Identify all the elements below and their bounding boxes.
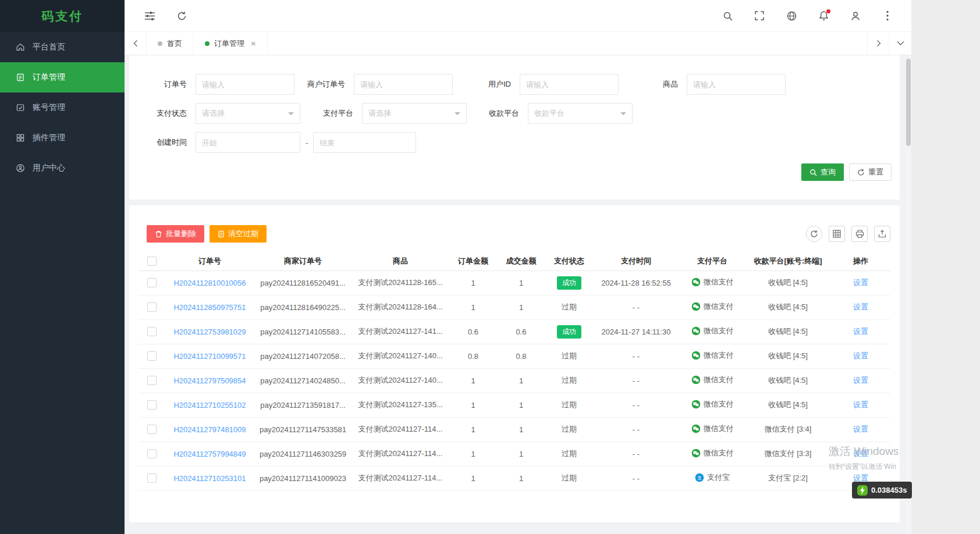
fullscreen-icon[interactable] xyxy=(753,9,766,22)
pay-time-cell: - - xyxy=(592,417,680,442)
pay-time-cell: - - xyxy=(592,368,680,393)
merchant-order-no-input[interactable] xyxy=(354,74,453,95)
scrollbar-thumb[interactable] xyxy=(906,59,911,146)
order-no-link[interactable]: H2024112810010056 xyxy=(173,279,246,287)
document-icon xyxy=(218,230,225,238)
sidebar-item-user-center[interactable]: 用户中心 xyxy=(0,153,125,183)
chevron-down-icon xyxy=(455,112,460,118)
order-amount-cell: 1 xyxy=(450,442,496,466)
row-checkbox[interactable] xyxy=(147,400,157,410)
recv-platform-cell: 支付宝 [2:2] xyxy=(745,466,831,490)
order-no-link[interactable]: H2024112710099571 xyxy=(173,352,246,361)
row-checkbox[interactable] xyxy=(147,302,157,312)
paid-amount-cell: 1 xyxy=(496,368,546,393)
alipay-icon: 支 xyxy=(695,473,704,482)
filter-product: 商品 xyxy=(637,74,786,95)
order-no-link[interactable]: H2024112757994849 xyxy=(173,450,246,458)
pay-status-badge: 过期 xyxy=(562,302,577,312)
filter-actions: 查询 重置 xyxy=(137,163,892,181)
pay-status-badge: 过期 xyxy=(562,375,577,386)
recv-platform-placeholder: 收款平台 xyxy=(534,108,564,119)
order-amount-cell: 0.6 xyxy=(450,319,496,344)
more-menu-icon[interactable] xyxy=(881,9,894,22)
reset-button[interactable]: 重置 xyxy=(849,163,892,181)
orders-table: 订单号 商家订单号 商品 订单金额 成交金额 支付状态 支付时间 支付平台 收款… xyxy=(139,252,890,491)
settings-link[interactable]: 设置 xyxy=(853,327,868,336)
order-no-link[interactable]: H2024112850975751 xyxy=(173,303,246,312)
settings-link[interactable]: 设置 xyxy=(853,425,868,433)
order-no-link[interactable]: H2024112753981029 xyxy=(173,327,246,336)
select-all-checkbox[interactable] xyxy=(147,257,157,266)
table-row: H2024112757994849 pay202411271146303259 … xyxy=(139,442,890,466)
sidebar-item-label: 订单管理 xyxy=(33,72,65,83)
row-checkbox[interactable] xyxy=(147,449,157,458)
start-date-input[interactable] xyxy=(196,132,300,153)
row-checkbox[interactable] xyxy=(147,376,157,385)
row-checkbox[interactable] xyxy=(147,351,157,361)
tabs-scroll-left-button[interactable] xyxy=(125,32,147,55)
order-no-input[interactable] xyxy=(196,74,294,95)
row-checkbox[interactable] xyxy=(147,327,157,336)
settings-link[interactable]: 设置 xyxy=(853,302,868,311)
chevron-left-icon xyxy=(133,40,139,47)
export-button[interactable] xyxy=(874,226,890,242)
search-button[interactable]: 查询 xyxy=(801,163,844,181)
order-no-link[interactable]: H2024112797509854 xyxy=(173,376,246,385)
order-no-link[interactable]: H2024112797481009 xyxy=(173,425,246,434)
pay-platform-name: 微信支付 xyxy=(704,375,734,385)
pay-platform-name: 微信支付 xyxy=(704,277,734,287)
order-no-link[interactable]: H2024112710253101 xyxy=(173,474,246,483)
settings-link[interactable]: 设置 xyxy=(853,376,868,385)
settings-link[interactable]: 设置 xyxy=(853,474,868,482)
settings-link[interactable]: 设置 xyxy=(853,351,868,360)
sidebar-item-order-management[interactable]: 订单管理 xyxy=(0,62,125,92)
settings-link[interactable]: 设置 xyxy=(853,449,868,458)
column-settings-button[interactable] xyxy=(829,226,845,242)
sidebar-item-platform-home[interactable]: 平台首页 xyxy=(0,32,125,62)
sidebar-item-plugin-management[interactable]: 插件管理 xyxy=(0,123,125,153)
order-no-link[interactable]: H2024112710255102 xyxy=(173,401,246,410)
row-checkbox[interactable] xyxy=(147,278,157,287)
search-icon[interactable] xyxy=(721,9,734,22)
tab-order-management[interactable]: 订单管理 × xyxy=(194,32,268,55)
notifications-bell-icon[interactable] xyxy=(817,9,830,22)
tabs-scroll-right-button[interactable] xyxy=(867,32,889,55)
paid-amount-cell: 1 xyxy=(496,442,546,466)
end-date-input[interactable] xyxy=(313,132,416,153)
batch-delete-button[interactable]: 批量删除 xyxy=(147,225,204,243)
print-button[interactable] xyxy=(851,226,868,242)
refresh-page-icon[interactable] xyxy=(175,9,188,22)
pay-status-badge: 过期 xyxy=(562,448,577,459)
product-input[interactable] xyxy=(687,74,786,95)
settings-link[interactable]: 设置 xyxy=(853,278,868,287)
pay-platform-select[interactable]: 请选择 xyxy=(362,103,467,124)
paid-amount-cell: 1 xyxy=(496,417,546,442)
vertical-scrollbar[interactable] xyxy=(906,55,911,534)
row-checkbox[interactable] xyxy=(147,425,157,434)
tab-close-icon[interactable]: × xyxy=(251,39,256,48)
settings-link[interactable]: 设置 xyxy=(853,400,868,409)
user-profile-icon[interactable] xyxy=(849,9,862,22)
table-row: H2024112797509854 pay2024112714024850...… xyxy=(139,368,890,393)
pay-time-cell: - - xyxy=(592,393,680,417)
product-cell: 支付测试20241127-114... xyxy=(351,466,450,490)
pay-status-select[interactable]: 请选择 xyxy=(196,103,300,124)
clear-expired-button[interactable]: 清空过期 xyxy=(210,225,267,243)
svg-text:支: 支 xyxy=(697,475,702,480)
row-checkbox[interactable] xyxy=(147,474,157,483)
filter-user-id: 用户ID xyxy=(470,74,619,95)
tab-home[interactable]: 首页 xyxy=(147,32,194,55)
col-order-amount: 订单金额 xyxy=(450,252,496,270)
paid-amount-cell: 1 xyxy=(496,393,546,417)
sidebar-item-account-management[interactable]: 账号管理 xyxy=(0,92,125,123)
recv-platform-cell: 收钱吧 [4:5] xyxy=(745,270,831,295)
col-merchant-order-no: 商家订单号 xyxy=(255,252,351,270)
user-id-input[interactable] xyxy=(520,74,619,95)
language-globe-icon[interactable] xyxy=(785,9,798,22)
table-refresh-button[interactable] xyxy=(806,226,822,242)
col-paid-amount: 成交金额 xyxy=(496,252,546,270)
collapse-sidebar-icon[interactable] xyxy=(143,9,156,22)
recv-platform-select[interactable]: 收款平台 xyxy=(528,103,633,124)
tabs-menu-button[interactable] xyxy=(889,32,911,55)
pay-status-badge: 过期 xyxy=(562,351,577,361)
